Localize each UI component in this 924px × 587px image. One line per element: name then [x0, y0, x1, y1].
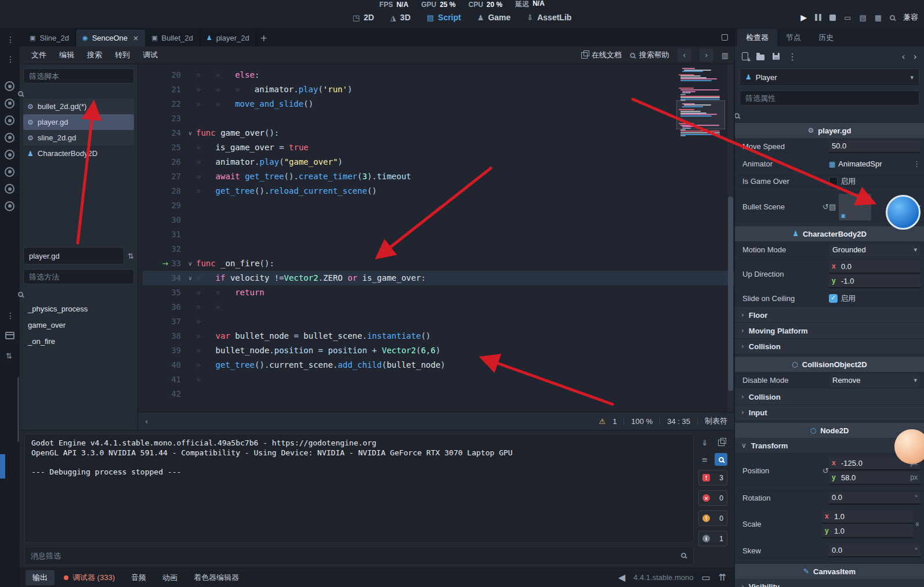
link-scale-icon[interactable]: ∞: [914, 521, 921, 528]
more-options-icon[interactable]: ⋮: [6, 55, 15, 64]
overlay-bubble-avatar[interactable]: [894, 429, 924, 464]
menu-文件[interactable]: 文件: [26, 48, 52, 62]
line-gutter[interactable]: 27: [143, 169, 184, 184]
menu-编辑[interactable]: 编辑: [53, 48, 80, 62]
code-line-25[interactable]: 25»is_game_over = true: [143, 140, 734, 155]
edited-object-selector[interactable]: ♟ Player ▾: [740, 68, 919, 86]
line-gutter[interactable]: 24: [143, 126, 184, 140]
code-line-21[interactable]: 21»»»animator.play('run'): [143, 82, 734, 97]
scene-tab-bullet_2d[interactable]: ▣Bullet_2d: [145, 30, 200, 46]
current-script-name[interactable]: player.gd: [23, 247, 124, 264]
scrollbar[interactable]: [17, 377, 19, 442]
eye-icon[interactable]: [5, 99, 15, 108]
tab-inspector[interactable]: 检查器: [737, 29, 777, 46]
expand-editor-icon[interactable]: ▢: [721, 32, 729, 41]
workspace-2d-button[interactable]: ◳2D: [346, 10, 381, 24]
script-item-bullet_2d.gd[interactable]: ⚙bullet_2d.gd(*): [23, 99, 134, 114]
code-line-34[interactable]: 34∨»if velocity !=Vector2.ZERO or is_gam…: [143, 271, 734, 285]
group-collision-2[interactable]: › Collision: [735, 389, 924, 405]
code-line-26[interactable]: 26»animator.play("game_over"): [143, 155, 734, 169]
code-line-38[interactable]: 38»var bullet_node = bullet_scene.instan…: [143, 329, 734, 343]
line-gutter[interactable]: 39: [143, 343, 184, 358]
slide-on-ceiling-checkbox[interactable]: [829, 294, 838, 303]
filter-properties-input[interactable]: [740, 90, 919, 106]
code-line-31[interactable]: 31: [143, 227, 734, 242]
history-back-button[interactable]: ‹: [677, 49, 691, 61]
line-gutter[interactable]: 40: [143, 358, 184, 372]
object-menu-icon[interactable]: ⋮: [913, 160, 921, 168]
warning-count[interactable]: 1: [613, 417, 617, 426]
tab-node[interactable]: 节点: [777, 29, 810, 46]
code-line-20[interactable]: 20»»else:: [143, 68, 734, 82]
message-counter[interactable]: i1: [698, 531, 727, 546]
eye-icon[interactable]: [5, 115, 15, 125]
group-input[interactable]: › Input: [735, 405, 924, 421]
tab-history[interactable]: 历史: [810, 29, 842, 46]
line-gutter[interactable]: 32: [143, 242, 184, 256]
group-floor[interactable]: › Floor: [735, 307, 924, 323]
fold-icon[interactable]: ∨: [184, 256, 196, 271]
resource-options-icon[interactable]: ⋮: [788, 51, 797, 62]
pause-button[interactable]: [815, 14, 821, 21]
skew-field[interactable]: 0.0 °: [829, 545, 921, 557]
line-gutter[interactable]: 26: [143, 155, 184, 169]
scene-tab-player_2d[interactable]: ♟player_2d: [200, 30, 256, 46]
line-gutter[interactable]: 20: [143, 68, 184, 82]
instances-icon[interactable]: ▦: [875, 13, 882, 22]
line-gutter[interactable]: →33: [143, 256, 184, 271]
workspace-game-button[interactable]: ♟Game: [470, 10, 518, 24]
panel-icon[interactable]: [5, 332, 15, 339]
code-minimap[interactable]: [679, 68, 723, 139]
new-scene-tab-button[interactable]: +: [256, 30, 271, 46]
cursor-position[interactable]: 34 : 35: [667, 417, 690, 426]
expand-panel-icon[interactable]: ⇈: [719, 572, 726, 583]
code-line-42[interactable]: 42: [143, 387, 734, 401]
fold-icon[interactable]: ∨: [184, 126, 196, 140]
filter-scripts-input[interactable]: [23, 68, 134, 84]
bottom-tab-调试器333[interactable]: 调试器 (333): [57, 570, 122, 585]
filter-list-icon[interactable]: ≡: [698, 453, 711, 466]
script-item-player.gd[interactable]: ⚙player.gd: [23, 114, 134, 130]
code-line-39[interactable]: 39»bullet_node.position = position + Vec…: [143, 343, 734, 358]
eye-icon[interactable]: [5, 201, 15, 211]
save-resource-icon[interactable]: [773, 53, 780, 60]
online-docs-button[interactable]: 在线文档: [581, 50, 622, 60]
line-gutter[interactable]: 23: [143, 111, 184, 126]
stop-button[interactable]: [829, 15, 836, 21]
load-resource-icon[interactable]: [756, 55, 764, 60]
eye-icon[interactable]: [5, 150, 15, 160]
line-gutter[interactable]: 37: [143, 314, 184, 329]
warning-icon[interactable]: ⚠: [599, 417, 606, 426]
script-item-CharacterBody2D[interactable]: ♟CharacterBody2D: [23, 146, 134, 161]
history-back-icon[interactable]: ‹: [901, 51, 905, 62]
close-icon[interactable]: ×: [133, 34, 139, 42]
code-line-27[interactable]: 27»await get_tree().create_timer(3).time…: [143, 169, 734, 184]
line-gutter[interactable]: 28: [143, 184, 184, 198]
rotation-field[interactable]: 0.0 °: [829, 492, 921, 505]
history-forward-button[interactable]: ›: [700, 49, 713, 61]
error-counter[interactable]: ×0: [698, 490, 727, 506]
scene-tab-sline_2d[interactable]: ▣Sline_2d: [23, 30, 76, 46]
message-filter-input[interactable]: [25, 547, 693, 564]
up-direction-y-field[interactable]: y -1.0: [829, 275, 921, 288]
more-options-icon[interactable]: ⋮: [6, 311, 15, 320]
line-gutter[interactable]: 25: [143, 140, 184, 155]
workspace-script-button[interactable]: ▤Script: [420, 10, 468, 24]
animator-object[interactable]: AnimatedSpr: [838, 160, 882, 168]
play-button[interactable]: ▶: [800, 13, 807, 22]
disable-mode-dropdown[interactable]: Remove ▾: [829, 374, 921, 387]
code-line-23[interactable]: 23: [143, 111, 734, 126]
code-line-40[interactable]: 40»get_tree().current_scene.add_child(bu…: [143, 358, 734, 372]
search-help-button[interactable]: 搜索帮助: [630, 50, 669, 60]
code-line-28[interactable]: 28»get_tree().reload_current_scene(): [143, 184, 734, 198]
code-line-35[interactable]: 35»»return: [143, 285, 734, 300]
script-item-sline_2d.gd[interactable]: ⚙sline_2d.gd: [23, 130, 134, 146]
is-game-over-checkbox[interactable]: [829, 177, 838, 186]
line-gutter[interactable]: 35: [143, 285, 184, 300]
workspace-assetlib-button[interactable]: ⇩AssetLib: [520, 10, 578, 24]
window-mode-icon[interactable]: ▭: [701, 572, 710, 583]
line-gutter[interactable]: 34: [143, 271, 184, 285]
sort-icon[interactable]: ⇅: [6, 352, 12, 360]
method-item-_physics_process[interactable]: _physics_process: [23, 300, 134, 317]
revert-icon[interactable]: ↺: [822, 202, 829, 211]
